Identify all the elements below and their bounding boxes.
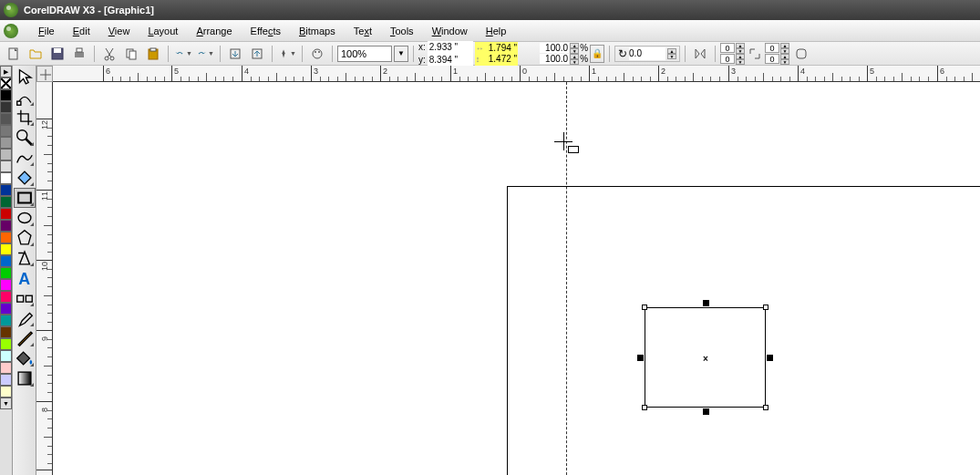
app-launcher-button[interactable]: ▼ xyxy=(277,44,297,64)
interactive-blend-tool[interactable] xyxy=(14,288,36,308)
color-swatch[interactable] xyxy=(0,291,12,303)
palette-scroll[interactable]: ▼ xyxy=(0,398,12,409)
color-swatch[interactable] xyxy=(0,172,12,184)
menu-file[interactable]: File xyxy=(29,23,64,39)
ruler-horizontal[interactable]: 65432101234567 xyxy=(53,66,980,82)
color-swatch[interactable] xyxy=(0,362,12,374)
welcome-button[interactable] xyxy=(307,44,327,64)
zoom-input[interactable] xyxy=(337,46,392,62)
color-swatch[interactable] xyxy=(0,208,12,220)
freehand-tool[interactable] xyxy=(14,148,36,168)
color-swatch[interactable] xyxy=(0,160,12,172)
spinner-down[interactable]: ▼ xyxy=(570,59,579,65)
color-swatch[interactable] xyxy=(0,243,12,255)
undo-button[interactable]: ▼ xyxy=(173,44,193,64)
menu-edit[interactable]: Edit xyxy=(64,23,99,39)
color-swatch[interactable] xyxy=(0,184,12,196)
menu-tools[interactable]: Tools xyxy=(381,23,423,39)
y-input[interactable] xyxy=(428,54,473,67)
color-swatch[interactable] xyxy=(0,338,12,350)
pick-tool[interactable] xyxy=(14,67,36,88)
copy-button[interactable] xyxy=(121,44,141,64)
color-swatch[interactable] xyxy=(0,113,12,125)
print-button[interactable] xyxy=(69,44,89,64)
color-swatch[interactable] xyxy=(0,89,12,101)
spinner-down[interactable]: ▼ xyxy=(667,54,676,59)
smart-fill-tool[interactable] xyxy=(14,168,36,188)
svg-rect-2 xyxy=(54,48,61,53)
corner-input[interactable] xyxy=(765,54,779,64)
color-swatch[interactable] xyxy=(0,374,12,386)
spinner-down[interactable]: ▼ xyxy=(780,59,789,65)
x-input[interactable] xyxy=(428,41,473,54)
menu-window[interactable]: Window xyxy=(423,23,477,39)
zoom-dropdown[interactable]: ▼ xyxy=(394,46,408,62)
drawing-canvas[interactable]: × xyxy=(53,82,980,475)
color-swatch[interactable] xyxy=(0,220,12,232)
ruler-vertical[interactable]: 121110987 xyxy=(36,82,53,475)
rotation-input[interactable] xyxy=(629,47,665,60)
color-swatch[interactable] xyxy=(0,350,12,362)
import-button[interactable] xyxy=(225,44,245,64)
width-value: 1.794 " xyxy=(489,43,517,53)
doc-icon[interactable] xyxy=(4,24,18,38)
redo-button[interactable]: ▼ xyxy=(195,44,215,64)
interactive-fill-tool[interactable] xyxy=(14,368,36,388)
corner-style-button[interactable] xyxy=(747,44,763,64)
color-swatch[interactable] xyxy=(0,326,12,338)
mirror-h-button[interactable] xyxy=(690,44,710,64)
export-button[interactable] xyxy=(247,44,267,64)
color-swatch[interactable] xyxy=(0,279,12,291)
paste-button[interactable] xyxy=(143,44,163,64)
color-swatch[interactable] xyxy=(0,196,12,208)
color-swatch[interactable] xyxy=(0,255,12,267)
spinner-down[interactable]: ▼ xyxy=(736,59,745,65)
save-button[interactable] xyxy=(47,44,67,64)
menu-bitmaps[interactable]: Bitmaps xyxy=(290,23,345,39)
cut-button[interactable] xyxy=(99,44,119,64)
scale-x-input[interactable] xyxy=(540,43,569,53)
corner-input[interactable] xyxy=(720,43,735,53)
svg-point-13 xyxy=(313,49,322,58)
menu-layout[interactable]: Layout xyxy=(139,23,187,39)
basic-shapes-tool[interactable] xyxy=(14,248,36,268)
menu-arrange[interactable]: Arrange xyxy=(187,23,241,39)
separator xyxy=(685,46,686,62)
color-swatch[interactable] xyxy=(0,101,12,113)
corner-input[interactable] xyxy=(765,43,779,53)
open-button[interactable] xyxy=(26,44,46,64)
scale-y-input[interactable] xyxy=(540,54,569,64)
corner-input[interactable] xyxy=(720,54,735,64)
color-swatch[interactable] xyxy=(0,303,12,315)
crop-tool[interactable] xyxy=(14,108,36,128)
fill-tool[interactable] xyxy=(14,348,36,368)
color-swatch[interactable] xyxy=(0,315,12,326)
ellipse-tool[interactable] xyxy=(14,208,36,228)
rectangle-tool[interactable] xyxy=(14,188,36,208)
round-corners-button[interactable] xyxy=(791,44,811,64)
lock-ratio-button[interactable]: 🔒 xyxy=(590,45,604,63)
menu-view[interactable]: View xyxy=(99,23,139,39)
polygon-tool[interactable] xyxy=(14,228,36,248)
menu-effects[interactable]: Effects xyxy=(242,23,290,39)
color-swatch[interactable] xyxy=(0,267,12,279)
color-swatch[interactable] xyxy=(0,137,12,149)
menu-help[interactable]: Help xyxy=(477,23,516,39)
outline-tool[interactable] xyxy=(14,328,36,348)
scale-box: ▲▼% ▲▼% xyxy=(540,43,588,65)
color-swatch[interactable] xyxy=(0,125,12,137)
eyedropper-tool[interactable] xyxy=(14,308,36,328)
zoom-tool[interactable] xyxy=(14,128,36,148)
no-fill-swatch[interactable] xyxy=(0,77,12,89)
color-swatch[interactable] xyxy=(0,386,12,398)
ruler-origin[interactable] xyxy=(36,66,53,82)
selected-rectangle[interactable]: × xyxy=(645,307,766,408)
menu-text[interactable]: Text xyxy=(345,23,381,39)
new-button[interactable] xyxy=(4,44,24,64)
color-swatch[interactable] xyxy=(0,232,12,243)
shape-tool[interactable] xyxy=(14,88,36,108)
palette-options[interactable]: ▶ xyxy=(0,66,12,77)
svg-rect-10 xyxy=(150,48,156,51)
color-swatch[interactable] xyxy=(0,149,12,160)
text-tool[interactable]: A xyxy=(14,268,36,288)
